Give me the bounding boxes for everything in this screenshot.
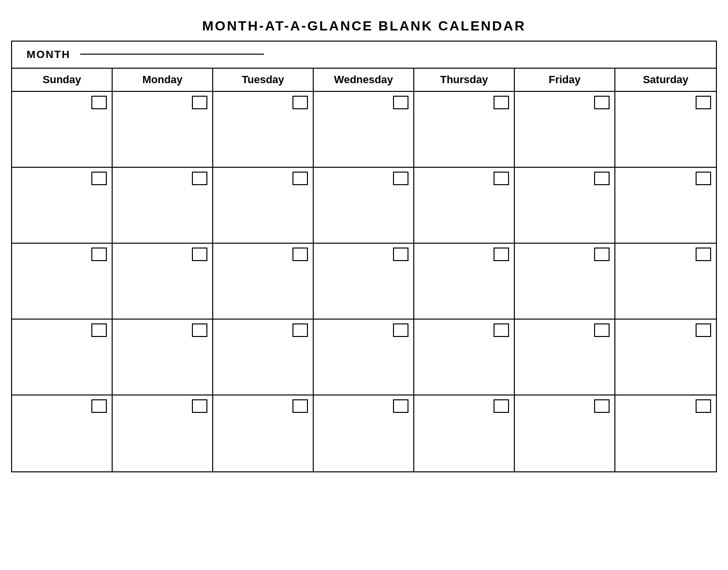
calendar-container: MONTH Sunday Monday Tuesday Wednesday Th… — [11, 41, 717, 472]
cell-w2-thu[interactable] — [414, 168, 515, 243]
cell-w3-tue[interactable] — [213, 244, 314, 319]
date-box-w5-sat — [696, 399, 711, 413]
cell-w2-sat[interactable] — [615, 168, 716, 243]
days-header: Sunday Monday Tuesday Wednesday Thursday… — [12, 69, 716, 92]
day-header-tuesday: Tuesday — [213, 69, 314, 91]
page-title: MONTH-AT-A-GLANCE BLANK CALENDAR — [11, 10, 717, 41]
month-label: MONTH — [27, 48, 71, 61]
date-box-w5-mon — [192, 399, 207, 413]
month-line — [80, 54, 264, 55]
day-header-wednesday: Wednesday — [314, 69, 414, 91]
cell-w4-tue[interactable] — [213, 320, 314, 395]
cell-w4-sun[interactable] — [12, 320, 113, 395]
date-box-w1-sun — [91, 96, 107, 109]
cell-w2-sun[interactable] — [12, 168, 113, 243]
date-box-w3-sat — [696, 248, 711, 261]
cell-w3-sat[interactable] — [615, 244, 716, 319]
cell-w5-wed[interactable] — [314, 395, 414, 471]
date-box-w5-thu — [494, 399, 509, 413]
date-box-w4-sun — [91, 323, 107, 337]
cell-w1-fri[interactable] — [515, 92, 615, 167]
date-box-w2-wed — [393, 172, 408, 185]
cell-w5-fri[interactable] — [515, 395, 615, 471]
date-box-w5-tue — [292, 399, 308, 413]
date-box-w5-wed — [393, 399, 408, 413]
cell-w1-wed[interactable] — [314, 92, 414, 167]
cell-w5-sat[interactable] — [615, 395, 716, 471]
day-header-sunday: Sunday — [12, 69, 113, 91]
calendar-week-4 — [12, 320, 716, 395]
cell-w3-thu[interactable] — [414, 244, 515, 319]
cell-w3-sun[interactable] — [12, 244, 113, 319]
calendar-week-2 — [12, 168, 716, 244]
date-box-w2-sun — [91, 172, 107, 185]
cell-w1-mon[interactable] — [113, 92, 213, 167]
date-box-w2-thu — [494, 172, 509, 185]
date-box-w1-tue — [292, 96, 308, 109]
cell-w3-mon[interactable] — [113, 244, 213, 319]
cell-w1-sat[interactable] — [615, 92, 716, 167]
cell-w4-sat[interactable] — [615, 320, 716, 395]
day-header-thursday: Thursday — [414, 69, 515, 91]
cell-w1-tue[interactable] — [213, 92, 314, 167]
page: MONTH-AT-A-GLANCE BLANK CALENDAR MONTH S… — [11, 10, 717, 472]
cell-w5-mon[interactable] — [113, 395, 213, 471]
cell-w5-thu[interactable] — [414, 395, 515, 471]
calendar-week-3 — [12, 244, 716, 320]
cell-w4-fri[interactable] — [515, 320, 615, 395]
date-box-w4-tue — [292, 323, 308, 337]
date-box-w1-mon — [192, 96, 207, 109]
date-box-w3-thu — [494, 248, 509, 261]
cell-w2-wed[interactable] — [314, 168, 414, 243]
day-header-saturday: Saturday — [615, 69, 716, 91]
cell-w4-mon[interactable] — [113, 320, 213, 395]
cell-w1-sun[interactable] — [12, 92, 113, 167]
date-box-w3-sun — [91, 248, 107, 261]
date-box-w5-sun — [91, 399, 107, 413]
date-box-w1-thu — [494, 96, 509, 109]
date-box-w1-sat — [696, 96, 711, 109]
date-box-w2-mon — [192, 172, 207, 185]
calendar-week-1 — [12, 92, 716, 168]
date-box-w2-fri — [594, 172, 610, 185]
cell-w5-tue[interactable] — [213, 395, 314, 471]
cell-w4-wed[interactable] — [314, 320, 414, 395]
cell-w3-fri[interactable] — [515, 244, 615, 319]
date-box-w2-tue — [292, 172, 308, 185]
date-box-w4-mon — [192, 323, 207, 337]
day-header-monday: Monday — [113, 69, 213, 91]
calendar-week-5 — [12, 395, 716, 471]
cell-w4-thu[interactable] — [414, 320, 515, 395]
date-box-w3-mon — [192, 248, 207, 261]
date-box-w2-sat — [696, 172, 711, 185]
date-box-w3-tue — [292, 248, 308, 261]
day-header-friday: Friday — [515, 69, 615, 91]
date-box-w3-wed — [393, 248, 408, 261]
date-box-w4-fri — [594, 323, 610, 337]
cell-w1-thu[interactable] — [414, 92, 515, 167]
cell-w2-fri[interactable] — [515, 168, 615, 243]
date-box-w4-thu — [494, 323, 509, 337]
calendar-grid — [12, 92, 716, 471]
date-box-w1-fri — [594, 96, 610, 109]
cell-w2-tue[interactable] — [213, 168, 314, 243]
cell-w5-sun[interactable] — [12, 395, 113, 471]
date-box-w5-fri — [594, 399, 610, 413]
date-box-w3-fri — [594, 248, 610, 261]
cell-w3-wed[interactable] — [314, 244, 414, 319]
cell-w2-mon[interactable] — [113, 168, 213, 243]
date-box-w1-wed — [393, 96, 408, 109]
date-box-w4-sat — [696, 323, 711, 337]
date-box-w4-wed — [393, 323, 408, 337]
month-row: MONTH — [12, 42, 716, 69]
